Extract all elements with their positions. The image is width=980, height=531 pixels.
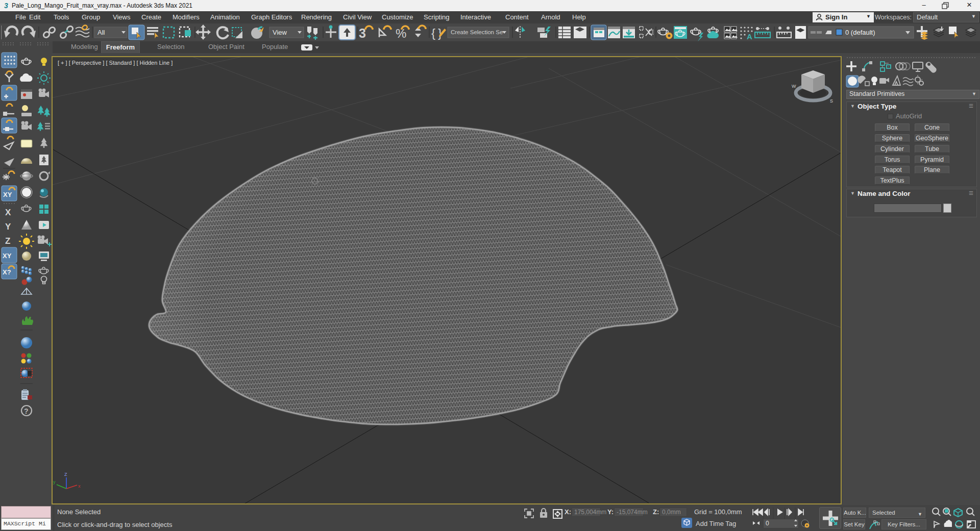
svg-text:Create Selection Se: Create Selection Se [451,29,503,35]
svg-text:y: y [53,479,56,485]
svg-text:Z: Z [64,472,67,477]
svg-text:X: X [5,208,11,217]
svg-text:0 (default): 0 (default) [845,29,875,36]
svg-text:W: W [792,84,796,89]
svg-text:x: x [78,484,81,489]
svg-text:?: ? [24,407,29,415]
svg-text:3: 3 [4,2,8,10]
svg-text:XY: XY [3,252,12,260]
svg-text:XY: XY [3,191,12,198]
svg-text:Y: Y [5,222,11,232]
svg-text:{: { [431,26,435,40]
svg-text:View: View [273,29,287,36]
svg-text:X?: X? [3,268,11,276]
svg-text:Z: Z [5,236,10,246]
svg-text:A: A [747,32,752,41]
svg-text:S: S [830,98,833,104]
svg-text:All: All [97,29,105,36]
